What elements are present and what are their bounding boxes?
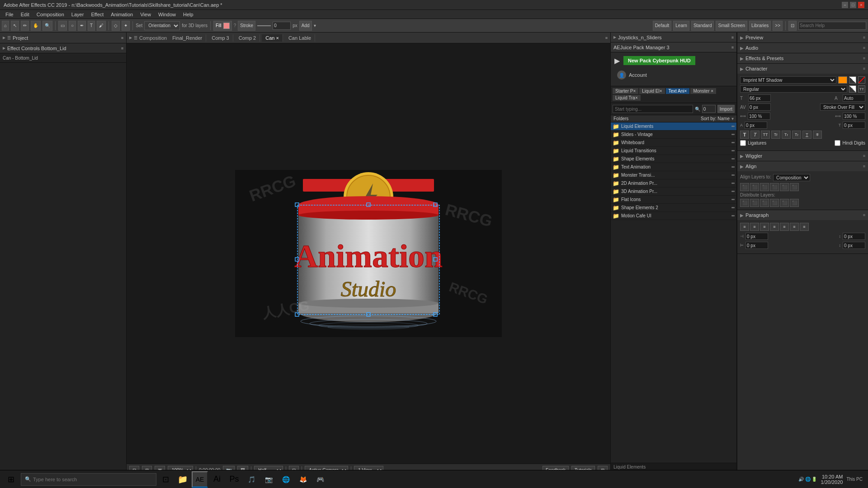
bold-btn[interactable]: T (740, 131, 749, 139)
font-color-swatch[interactable] (838, 76, 847, 84)
taskbar-app7-btn[interactable]: 🌐 (278, 471, 294, 488)
play-btn[interactable]: ▶ (614, 56, 620, 65)
effects-presets-options[interactable]: ≡ (863, 56, 865, 61)
workspace-standard[interactable]: Standard (691, 21, 714, 31)
align-options[interactable]: ≡ (863, 164, 865, 169)
maximize-button[interactable]: □ (850, 2, 856, 8)
smallcaps-btn[interactable]: Tr (771, 131, 780, 139)
space-after-input[interactable] (843, 242, 865, 249)
dist-center-h-btn[interactable]: ⬛ (750, 199, 759, 207)
align-header[interactable]: ▶ Align ≡ (737, 161, 868, 171)
project-menu-btn[interactable]: ☰ (7, 36, 11, 40)
dist-bottom-btn[interactable]: ⬛ (790, 199, 799, 207)
window-controls[interactable]: − □ × (842, 2, 864, 8)
wiggler-options[interactable]: ≡ (863, 154, 865, 158)
para-right-btn[interactable]: ≡ (760, 223, 769, 231)
char-swatch3[interactable]: TT (858, 85, 865, 93)
font-name-dropdown[interactable]: Imprint MT Shadow (740, 76, 836, 84)
menu-help[interactable]: Help (179, 11, 197, 18)
folder-liquid-elements[interactable]: 📁 Liquid Elements •• (611, 122, 736, 131)
item-count-input[interactable] (702, 105, 716, 113)
folder-flat-icons[interactable]: 📁 Flat Icons •• (611, 196, 736, 204)
scale-v-input[interactable] (843, 113, 865, 120)
taskbar-ps-btn[interactable]: Ps (226, 471, 242, 488)
taskbar-explorer-btn[interactable]: 📁 (175, 471, 191, 488)
character-options[interactable]: ≡ (863, 66, 865, 71)
taskbar-app5-btn[interactable]: 🎵 (243, 471, 259, 488)
selection-tool[interactable]: ↖ (11, 21, 19, 31)
tab-can[interactable]: Can × (262, 34, 283, 42)
tab-liquid-el[interactable]: Liquid El× (639, 88, 665, 94)
taskbar-view-btn[interactable]: ⊡ (157, 471, 174, 488)
stroke-width-input[interactable] (273, 22, 291, 30)
align-center-h-btn[interactable]: ⬛ (750, 183, 759, 191)
fill-btn[interactable]: Fill (213, 21, 232, 31)
align-bottom-btn[interactable]: ⬛ (790, 183, 799, 191)
tab-final-render[interactable]: Final_Render (169, 34, 206, 42)
type-tool[interactable]: T (88, 21, 95, 31)
project-options-btn[interactable]: ≡ (121, 36, 123, 40)
workspace-more[interactable]: >> (773, 21, 783, 31)
puppet-tool[interactable]: ✦ (122, 21, 130, 31)
menu-effect[interactable]: Effect (87, 11, 107, 18)
aejuice-options-btn[interactable]: ≡ (731, 45, 734, 50)
menu-animation[interactable]: Animation (107, 11, 137, 18)
taskbar-ai-btn[interactable]: Ai (209, 471, 225, 488)
shape-tool[interactable]: ◇ (112, 21, 120, 31)
wiggler-header[interactable]: ▶ Wiggler ≡ (737, 151, 868, 161)
pen-tool[interactable]: ✏ (21, 21, 29, 31)
menu-view[interactable]: View (137, 11, 155, 18)
align-target-dropdown[interactable]: Composition (773, 174, 810, 181)
para-force-justify-btn[interactable]: ≡ (800, 223, 809, 231)
workspace-learn[interactable]: Learn (673, 21, 689, 31)
folder-text-animation[interactable]: 📁 Text Animation •• (611, 163, 736, 171)
close-button[interactable]: × (858, 2, 864, 8)
ec-options-btn[interactable]: ≡ (121, 46, 123, 51)
folder-liquid-transitions[interactable]: 📁 Liquid Transitions •• (611, 147, 736, 155)
taskbar-ae-btn[interactable]: AE (192, 471, 208, 488)
ec-collapse[interactable]: ▶ (3, 46, 5, 50)
char-color-swatch2[interactable] (849, 85, 856, 93)
ligatures-check[interactable] (740, 140, 746, 146)
tab-text-anim[interactable]: Text Ani× (666, 88, 690, 94)
menu-file[interactable]: File (2, 11, 17, 18)
align-center-v-btn[interactable]: ⬛ (780, 183, 789, 191)
taskbar-app9-btn[interactable]: 🎮 (312, 471, 328, 488)
workspace-libraries[interactable]: Libraries (749, 21, 771, 31)
space-before-input[interactable] (843, 233, 865, 240)
italic-btn[interactable]: T (750, 131, 760, 139)
para-justify-all-btn[interactable]: ≡ (780, 223, 789, 231)
tab-comp3[interactable]: Comp 3 (208, 34, 233, 42)
taskbar-search-area[interactable]: 🔍 (21, 473, 156, 486)
taskbar-search-input[interactable] (33, 477, 146, 482)
dist-left-btn[interactable]: ⬛ (740, 199, 749, 207)
scale-h-input[interactable] (748, 113, 770, 120)
para-left-btn[interactable]: ≡ (740, 223, 749, 231)
joysticks-options-btn[interactable]: ≡ (731, 35, 734, 40)
preview-options[interactable]: ≡ (863, 35, 865, 40)
super-btn[interactable]: Tr (782, 131, 791, 139)
character-header[interactable]: ▶ Character ≡ (737, 64, 868, 74)
align-right-btn[interactable]: ⬛ (760, 183, 769, 191)
taskbar-app6-btn[interactable]: 📷 (260, 471, 277, 488)
workspace-default[interactable]: Default (653, 21, 672, 31)
ellipse-tool[interactable]: ○ (69, 21, 76, 31)
stroke-btn[interactable]: Stroke (238, 21, 255, 31)
import-btn[interactable]: Import (717, 105, 735, 113)
zoom-tool[interactable]: 🔍 (42, 21, 52, 31)
comp-collapse[interactable]: ▶ (129, 36, 132, 40)
tab-can-lable[interactable]: Can Lable (285, 34, 315, 42)
font-style-dropdown[interactable]: Regular (740, 85, 847, 93)
comp-menu-btn[interactable]: ☰ (134, 36, 137, 40)
preview-header[interactable]: ▶ Preview ≡ (737, 33, 868, 42)
auto-input[interactable] (843, 94, 865, 102)
menu-edit[interactable]: Edit (17, 11, 33, 18)
tsumi-input[interactable] (843, 122, 865, 129)
comp-options-btn[interactable]: ≡ (605, 36, 608, 40)
new-pack-btn[interactable]: New Pack Cyberpunk HUD (623, 56, 695, 65)
pen2-tool[interactable]: ✒ (78, 21, 86, 31)
search-help-input[interactable] (798, 22, 866, 30)
menu-composition[interactable]: Composition (33, 11, 68, 18)
tab-starter-pack[interactable]: Starter P× (613, 88, 638, 94)
tab-liquid-tra[interactable]: Liquid Tra× (613, 95, 641, 101)
